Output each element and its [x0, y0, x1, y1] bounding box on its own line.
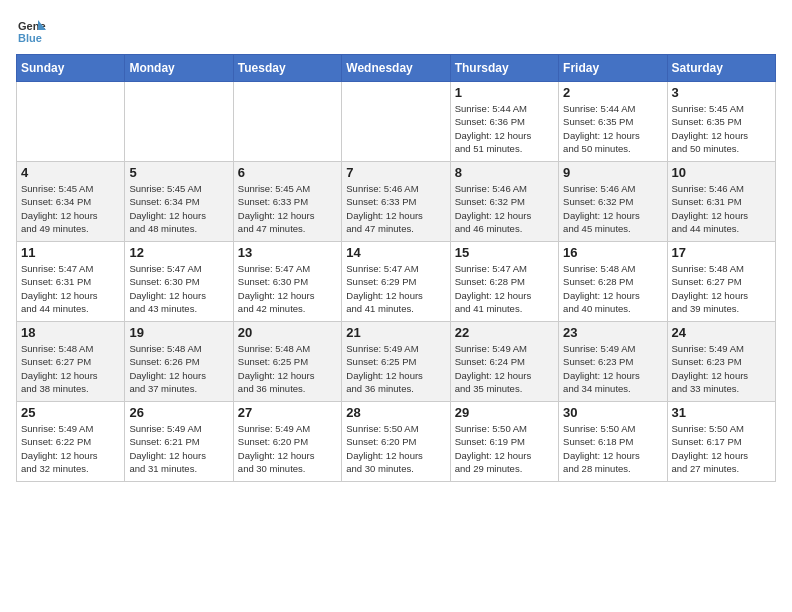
calendar-cell: 18Sunrise: 5:48 AM Sunset: 6:27 PM Dayli…	[17, 322, 125, 402]
day-info: Sunrise: 5:47 AM Sunset: 6:31 PM Dayligh…	[21, 262, 120, 315]
day-info: Sunrise: 5:45 AM Sunset: 6:35 PM Dayligh…	[672, 102, 771, 155]
day-info: Sunrise: 5:46 AM Sunset: 6:31 PM Dayligh…	[672, 182, 771, 235]
calendar-cell: 10Sunrise: 5:46 AM Sunset: 6:31 PM Dayli…	[667, 162, 775, 242]
calendar-cell	[233, 82, 341, 162]
day-number: 27	[238, 405, 337, 420]
day-number: 16	[563, 245, 662, 260]
week-row: 11Sunrise: 5:47 AM Sunset: 6:31 PM Dayli…	[17, 242, 776, 322]
calendar-cell	[17, 82, 125, 162]
day-number: 23	[563, 325, 662, 340]
calendar-cell: 21Sunrise: 5:49 AM Sunset: 6:25 PM Dayli…	[342, 322, 450, 402]
day-number: 3	[672, 85, 771, 100]
calendar-cell: 5Sunrise: 5:45 AM Sunset: 6:34 PM Daylig…	[125, 162, 233, 242]
day-number: 4	[21, 165, 120, 180]
day-number: 29	[455, 405, 554, 420]
day-number: 14	[346, 245, 445, 260]
day-number: 9	[563, 165, 662, 180]
day-number: 5	[129, 165, 228, 180]
calendar-cell: 2Sunrise: 5:44 AM Sunset: 6:35 PM Daylig…	[559, 82, 667, 162]
day-info: Sunrise: 5:47 AM Sunset: 6:28 PM Dayligh…	[455, 262, 554, 315]
calendar-cell: 4Sunrise: 5:45 AM Sunset: 6:34 PM Daylig…	[17, 162, 125, 242]
calendar-cell: 13Sunrise: 5:47 AM Sunset: 6:30 PM Dayli…	[233, 242, 341, 322]
calendar-cell: 17Sunrise: 5:48 AM Sunset: 6:27 PM Dayli…	[667, 242, 775, 322]
logo-icon: General Blue	[16, 16, 46, 46]
calendar-cell: 9Sunrise: 5:46 AM Sunset: 6:32 PM Daylig…	[559, 162, 667, 242]
calendar-cell: 22Sunrise: 5:49 AM Sunset: 6:24 PM Dayli…	[450, 322, 558, 402]
calendar-cell: 7Sunrise: 5:46 AM Sunset: 6:33 PM Daylig…	[342, 162, 450, 242]
day-header-saturday: Saturday	[667, 55, 775, 82]
day-info: Sunrise: 5:48 AM Sunset: 6:28 PM Dayligh…	[563, 262, 662, 315]
day-info: Sunrise: 5:46 AM Sunset: 6:32 PM Dayligh…	[563, 182, 662, 235]
calendar-cell: 12Sunrise: 5:47 AM Sunset: 6:30 PM Dayli…	[125, 242, 233, 322]
day-info: Sunrise: 5:50 AM Sunset: 6:18 PM Dayligh…	[563, 422, 662, 475]
calendar-cell: 8Sunrise: 5:46 AM Sunset: 6:32 PM Daylig…	[450, 162, 558, 242]
day-info: Sunrise: 5:45 AM Sunset: 6:33 PM Dayligh…	[238, 182, 337, 235]
day-info: Sunrise: 5:49 AM Sunset: 6:24 PM Dayligh…	[455, 342, 554, 395]
day-header-wednesday: Wednesday	[342, 55, 450, 82]
day-number: 21	[346, 325, 445, 340]
day-header-friday: Friday	[559, 55, 667, 82]
calendar-cell: 6Sunrise: 5:45 AM Sunset: 6:33 PM Daylig…	[233, 162, 341, 242]
day-number: 15	[455, 245, 554, 260]
day-number: 17	[672, 245, 771, 260]
day-number: 24	[672, 325, 771, 340]
day-info: Sunrise: 5:46 AM Sunset: 6:33 PM Dayligh…	[346, 182, 445, 235]
calendar-cell: 27Sunrise: 5:49 AM Sunset: 6:20 PM Dayli…	[233, 402, 341, 482]
day-info: Sunrise: 5:45 AM Sunset: 6:34 PM Dayligh…	[129, 182, 228, 235]
day-number: 19	[129, 325, 228, 340]
day-info: Sunrise: 5:47 AM Sunset: 6:30 PM Dayligh…	[129, 262, 228, 315]
day-number: 6	[238, 165, 337, 180]
day-number: 31	[672, 405, 771, 420]
day-number: 1	[455, 85, 554, 100]
calendar-cell: 29Sunrise: 5:50 AM Sunset: 6:19 PM Dayli…	[450, 402, 558, 482]
calendar-cell	[342, 82, 450, 162]
day-info: Sunrise: 5:44 AM Sunset: 6:35 PM Dayligh…	[563, 102, 662, 155]
calendar-cell: 25Sunrise: 5:49 AM Sunset: 6:22 PM Dayli…	[17, 402, 125, 482]
week-row: 1Sunrise: 5:44 AM Sunset: 6:36 PM Daylig…	[17, 82, 776, 162]
day-number: 7	[346, 165, 445, 180]
day-number: 12	[129, 245, 228, 260]
day-number: 20	[238, 325, 337, 340]
calendar-cell: 26Sunrise: 5:49 AM Sunset: 6:21 PM Dayli…	[125, 402, 233, 482]
day-info: Sunrise: 5:47 AM Sunset: 6:29 PM Dayligh…	[346, 262, 445, 315]
day-info: Sunrise: 5:49 AM Sunset: 6:21 PM Dayligh…	[129, 422, 228, 475]
calendar-cell: 15Sunrise: 5:47 AM Sunset: 6:28 PM Dayli…	[450, 242, 558, 322]
day-header-monday: Monday	[125, 55, 233, 82]
day-number: 28	[346, 405, 445, 420]
day-info: Sunrise: 5:49 AM Sunset: 6:23 PM Dayligh…	[672, 342, 771, 395]
day-info: Sunrise: 5:49 AM Sunset: 6:20 PM Dayligh…	[238, 422, 337, 475]
day-info: Sunrise: 5:48 AM Sunset: 6:26 PM Dayligh…	[129, 342, 228, 395]
week-row: 18Sunrise: 5:48 AM Sunset: 6:27 PM Dayli…	[17, 322, 776, 402]
day-number: 18	[21, 325, 120, 340]
day-number: 2	[563, 85, 662, 100]
day-info: Sunrise: 5:50 AM Sunset: 6:17 PM Dayligh…	[672, 422, 771, 475]
day-info: Sunrise: 5:44 AM Sunset: 6:36 PM Dayligh…	[455, 102, 554, 155]
day-number: 11	[21, 245, 120, 260]
day-number: 22	[455, 325, 554, 340]
day-info: Sunrise: 5:49 AM Sunset: 6:25 PM Dayligh…	[346, 342, 445, 395]
calendar-cell: 20Sunrise: 5:48 AM Sunset: 6:25 PM Dayli…	[233, 322, 341, 402]
calendar-cell: 1Sunrise: 5:44 AM Sunset: 6:36 PM Daylig…	[450, 82, 558, 162]
day-number: 30	[563, 405, 662, 420]
day-number: 13	[238, 245, 337, 260]
day-number: 26	[129, 405, 228, 420]
day-info: Sunrise: 5:48 AM Sunset: 6:27 PM Dayligh…	[672, 262, 771, 315]
calendar-cell: 3Sunrise: 5:45 AM Sunset: 6:35 PM Daylig…	[667, 82, 775, 162]
week-row: 4Sunrise: 5:45 AM Sunset: 6:34 PM Daylig…	[17, 162, 776, 242]
calendar-cell: 28Sunrise: 5:50 AM Sunset: 6:20 PM Dayli…	[342, 402, 450, 482]
calendar-table: SundayMondayTuesdayWednesdayThursdayFrid…	[16, 54, 776, 482]
day-info: Sunrise: 5:49 AM Sunset: 6:23 PM Dayligh…	[563, 342, 662, 395]
calendar-cell: 16Sunrise: 5:48 AM Sunset: 6:28 PM Dayli…	[559, 242, 667, 322]
day-info: Sunrise: 5:47 AM Sunset: 6:30 PM Dayligh…	[238, 262, 337, 315]
day-info: Sunrise: 5:45 AM Sunset: 6:34 PM Dayligh…	[21, 182, 120, 235]
calendar-header: SundayMondayTuesdayWednesdayThursdayFrid…	[17, 55, 776, 82]
day-info: Sunrise: 5:48 AM Sunset: 6:27 PM Dayligh…	[21, 342, 120, 395]
day-header-sunday: Sunday	[17, 55, 125, 82]
calendar-cell: 14Sunrise: 5:47 AM Sunset: 6:29 PM Dayli…	[342, 242, 450, 322]
week-row: 25Sunrise: 5:49 AM Sunset: 6:22 PM Dayli…	[17, 402, 776, 482]
day-info: Sunrise: 5:48 AM Sunset: 6:25 PM Dayligh…	[238, 342, 337, 395]
day-info: Sunrise: 5:50 AM Sunset: 6:20 PM Dayligh…	[346, 422, 445, 475]
calendar-cell: 23Sunrise: 5:49 AM Sunset: 6:23 PM Dayli…	[559, 322, 667, 402]
day-number: 10	[672, 165, 771, 180]
day-info: Sunrise: 5:50 AM Sunset: 6:19 PM Dayligh…	[455, 422, 554, 475]
